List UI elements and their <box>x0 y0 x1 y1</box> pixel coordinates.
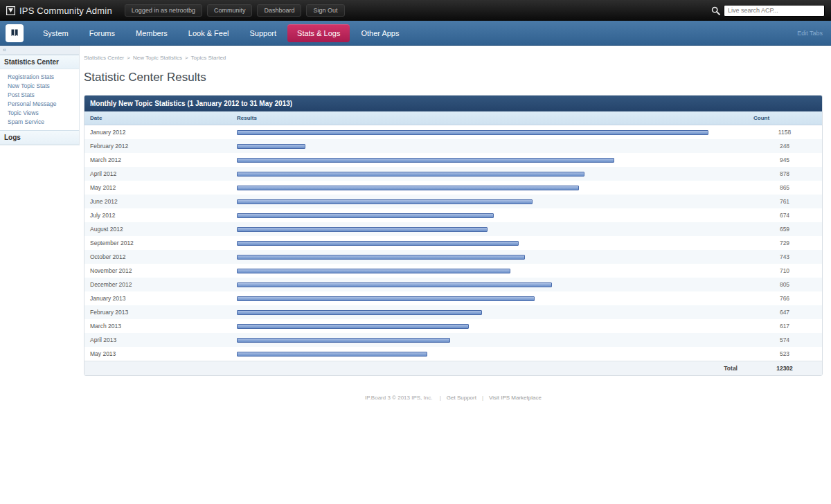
acp-home-button[interactable] <box>6 24 24 42</box>
topbar-link-community[interactable]: Community <box>207 4 253 17</box>
row-results <box>237 282 747 287</box>
row-results <box>237 310 747 315</box>
sidebar: « Statistics CenterRegistration StatsNew… <box>0 46 80 145</box>
breadcrumb-statistics-center[interactable]: Statistics Center <box>84 55 124 61</box>
table-row: July 2012674 <box>84 208 822 222</box>
breadcrumb-new-topic-statistics[interactable]: New Topic Statistics <box>133 55 182 61</box>
table-row: January 2013766 <box>84 291 822 305</box>
tab-system[interactable]: System <box>33 24 78 42</box>
row-date: March 2013 <box>84 323 237 330</box>
row-results <box>237 241 747 246</box>
row-count: 729 <box>747 240 822 246</box>
footer-separator: | <box>482 395 483 401</box>
page-title: Statistic Center Results <box>84 71 823 84</box>
page-footer: IP.Board 3 © 2013 IPS, Inc. |Get Support… <box>84 395 823 401</box>
tab-forums[interactable]: Forums <box>80 24 125 42</box>
search-input[interactable] <box>724 5 825 17</box>
tab-members[interactable]: Members <box>126 24 177 42</box>
tab-other-apps[interactable]: Other Apps <box>351 24 409 42</box>
edit-tabs-link[interactable]: Edit Tabs <box>797 30 823 37</box>
sidebar-item-spam-service[interactable]: Spam Service <box>0 117 79 126</box>
result-bar <box>237 144 305 149</box>
book-icon <box>10 28 19 38</box>
table-row: December 2012805 <box>84 278 822 291</box>
row-count: 805 <box>747 281 822 288</box>
tab-support[interactable]: Support <box>240 24 287 42</box>
row-date: February 2012 <box>84 143 237 150</box>
topbar-links: Logged in as netrootbgCommunityDashboard… <box>125 4 350 17</box>
result-bar <box>237 199 533 204</box>
breadcrumb-separator: > <box>127 55 130 61</box>
total-value: 12302 <box>747 365 822 372</box>
sidebar-item-registration-stats[interactable]: Registration Stats <box>0 72 79 81</box>
result-bar <box>237 324 469 329</box>
result-bar <box>237 241 519 246</box>
tab-stats-logs[interactable]: Stats & Logs <box>287 24 350 42</box>
table-header-row: Date Results Count <box>84 111 822 125</box>
table-total-row: Total 12302 <box>84 361 822 375</box>
row-count: 743 <box>747 253 822 260</box>
sidebar-section-statistics-center: Statistics Center <box>0 55 79 69</box>
sidebar-collapse-button[interactable]: « <box>0 46 79 55</box>
main-nav: SystemForumsMembersLook & FeelSupportSta… <box>0 21 831 46</box>
ips-logo-icon <box>6 6 15 15</box>
row-date: May 2012 <box>84 184 237 191</box>
table-body: January 20121158February 2012248March 20… <box>84 125 822 361</box>
row-results <box>237 130 747 135</box>
copyright-text: IP.Board 3 © 2013 IPS, Inc. <box>365 395 432 401</box>
brand: IPS Community Admin <box>6 6 112 16</box>
footer-link-get-support[interactable]: Get Support <box>447 395 476 401</box>
row-count: 674 <box>747 212 822 219</box>
table-row: March 2013617 <box>84 319 822 333</box>
table-row: March 2012945 <box>84 153 822 167</box>
table-row: September 2012729 <box>84 236 822 250</box>
search-icon <box>711 6 720 15</box>
row-results <box>237 324 747 329</box>
column-header-date: Date <box>84 111 237 125</box>
row-date: August 2012 <box>84 226 237 233</box>
table-row: June 2012761 <box>84 195 822 208</box>
breadcrumb-separator: > <box>185 55 188 61</box>
topbar-link-dashboard[interactable]: Dashboard <box>257 4 301 17</box>
row-date: January 2013 <box>84 295 237 302</box>
breadcrumb-topics-started[interactable]: Topics Started <box>191 55 226 61</box>
sidebar-sections: Statistics CenterRegistration StatsNew T… <box>0 55 79 145</box>
row-results <box>237 352 747 357</box>
row-date: April 2012 <box>84 170 237 177</box>
sidebar-item-personal-message[interactable]: Personal Message <box>0 99 79 108</box>
column-header-count: Count <box>747 111 822 125</box>
row-date: February 2013 <box>84 309 237 316</box>
footer-link-visit-ips-marketplace[interactable]: Visit IPS Marketplace <box>489 395 542 401</box>
topbar-link-logged-in-as-netrootbg[interactable]: Logged in as netrootbg <box>125 4 202 17</box>
result-bar <box>237 352 427 357</box>
row-date: December 2012 <box>84 281 237 288</box>
acp-search <box>711 5 825 17</box>
row-results <box>237 213 747 218</box>
row-results <box>237 186 747 190</box>
row-count: 617 <box>747 323 822 330</box>
collapse-arrow-icon: « <box>3 47 6 53</box>
results-panel-title: Monthly New Topic Statistics (1 January … <box>84 96 822 111</box>
sidebar-item-new-topic-stats[interactable]: New Topic Stats <box>0 81 79 90</box>
row-results <box>237 269 747 273</box>
topbar-link-sign-out[interactable]: Sign Out <box>306 4 344 17</box>
table-row: January 20121158 <box>84 125 822 139</box>
result-bar <box>237 338 450 343</box>
row-date: January 2012 <box>84 129 237 136</box>
table-row: November 2012710 <box>84 264 822 278</box>
sidebar-item-topic-views[interactable]: Topic Views <box>0 108 79 117</box>
results-panel: Monthly New Topic Statistics (1 January … <box>84 95 823 376</box>
result-bar <box>237 269 510 273</box>
tab-look-feel[interactable]: Look & Feel <box>179 24 239 42</box>
row-results <box>237 172 747 177</box>
row-results <box>237 158 747 163</box>
breadcrumb: Statistics Center>New Topic Statistics>T… <box>84 55 823 61</box>
row-date: May 2013 <box>84 350 237 357</box>
row-results <box>237 296 747 301</box>
sidebar-item-post-stats[interactable]: Post Stats <box>0 90 79 99</box>
row-count: 710 <box>747 267 822 274</box>
row-count: 945 <box>747 156 822 163</box>
row-results <box>237 199 747 204</box>
row-date: June 2012 <box>84 198 237 205</box>
result-bar <box>237 310 482 315</box>
